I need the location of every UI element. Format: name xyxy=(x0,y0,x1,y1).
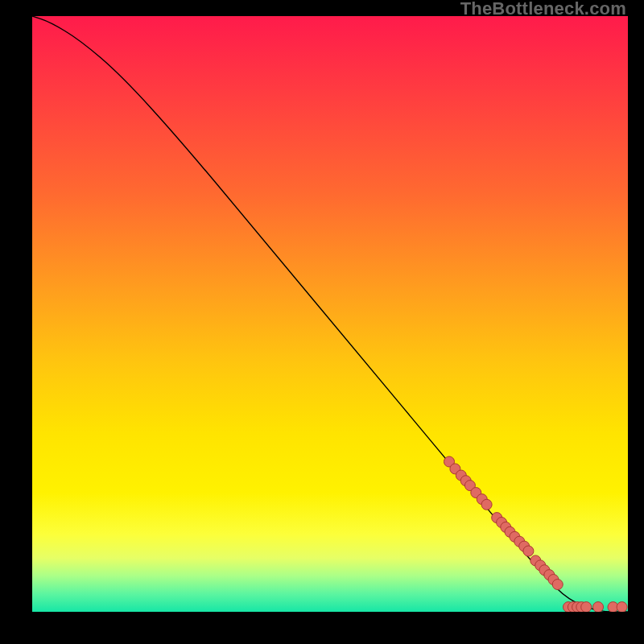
data-point xyxy=(481,499,492,510)
data-point xyxy=(581,602,592,612)
scatter-dots xyxy=(444,456,628,612)
watermark-label: TheBottleneck.com xyxy=(460,0,626,18)
main-curve xyxy=(32,16,628,612)
plot-area xyxy=(32,16,628,612)
chart-frame: TheBottleneck.com xyxy=(0,0,644,644)
chart-svg xyxy=(32,16,628,612)
data-point xyxy=(593,602,604,612)
data-point xyxy=(552,580,563,590)
data-point xyxy=(617,602,627,612)
data-point xyxy=(523,546,534,556)
